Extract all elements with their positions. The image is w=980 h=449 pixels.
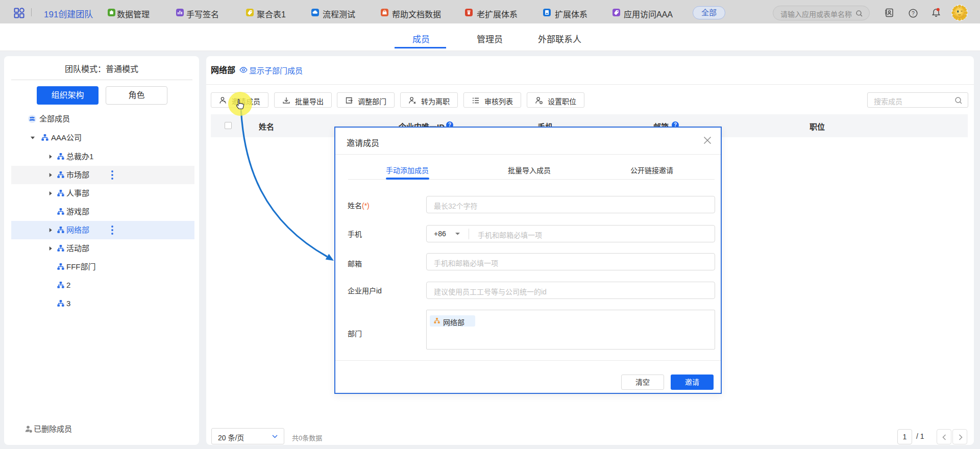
svg-text:?: ? [912, 10, 915, 16]
